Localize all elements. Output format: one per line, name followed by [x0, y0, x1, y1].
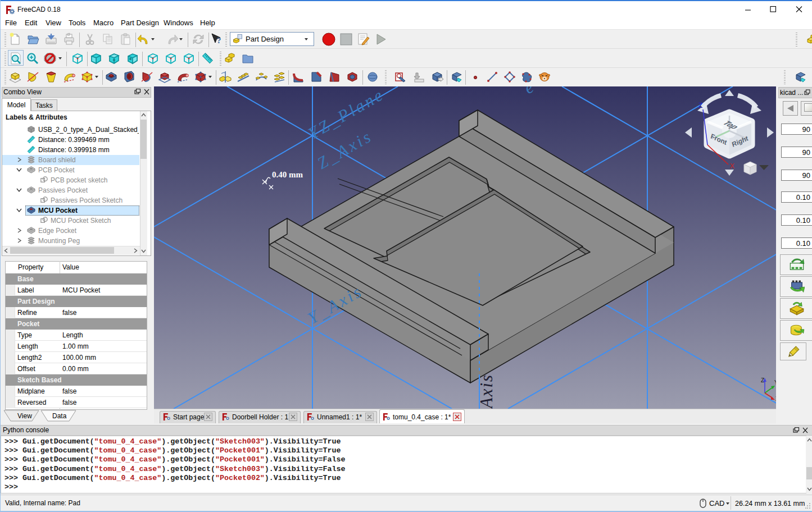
svg-text:Z: Z — [698, 102, 702, 109]
svg-text:Z: Z — [761, 377, 764, 383]
svg-text:X: X — [730, 162, 734, 170]
svg-text:0.40 mm: 0.40 mm — [272, 170, 303, 179]
svg-text:?: ? — [217, 36, 221, 45]
svg-text:Data: Data — [52, 412, 67, 420]
svg-text:Z_Axis: Z_Axis — [477, 374, 496, 409]
svg-text:View: View — [17, 412, 32, 420]
